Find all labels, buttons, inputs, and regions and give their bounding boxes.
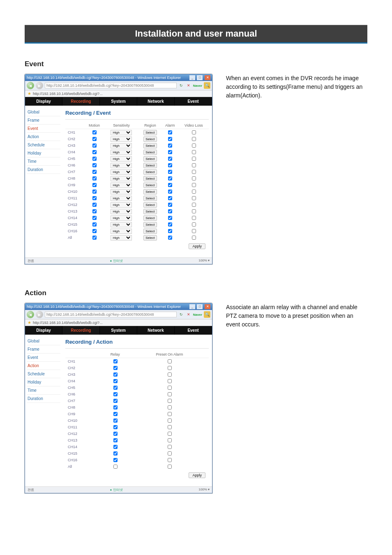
sensitivity-select[interactable]: High	[111, 196, 132, 201]
main-tab-event[interactable]: Event	[175, 326, 212, 335]
relay-checkbox[interactable]	[113, 412, 118, 416]
main-tab-recording[interactable]: Recording	[62, 326, 100, 335]
motion-checkbox[interactable]	[92, 143, 97, 148]
alarm-checkbox[interactable]	[168, 229, 172, 233]
sidebar-item-time[interactable]: Time	[27, 157, 60, 166]
alarm-checkbox[interactable]	[168, 222, 172, 227]
region-select-button[interactable]: Select	[143, 143, 157, 148]
region-select-button[interactable]: Select	[143, 235, 157, 240]
favorite-icon[interactable]: ★	[28, 320, 31, 325]
preset-checkbox[interactable]	[168, 379, 172, 383]
sidebar-item-duration[interactable]: Duration	[27, 166, 60, 174]
alarm-checkbox[interactable]	[168, 157, 172, 161]
videoloss-checkbox[interactable]	[192, 150, 196, 154]
motion-checkbox[interactable]	[92, 150, 97, 154]
preset-checkbox[interactable]	[168, 405, 172, 409]
motion-checkbox[interactable]	[92, 130, 97, 134]
sidebar-item-event[interactable]: Event	[27, 125, 60, 133]
url-input[interactable]: http://192.168.10.149/webdb/webdb.cgi?ke…	[45, 312, 177, 317]
sensitivity-select[interactable]: High	[111, 143, 132, 148]
region-select-button[interactable]: Select	[143, 222, 157, 227]
sensitivity-select[interactable]: High	[111, 163, 132, 168]
main-tab-display[interactable]: Display	[25, 97, 62, 106]
relay-checkbox[interactable]	[113, 438, 118, 442]
alarm-checkbox[interactable]	[168, 236, 172, 240]
sidebar-item-global[interactable]: Global	[27, 108, 60, 116]
sensitivity-select[interactable]: High	[111, 156, 132, 162]
main-tab-network[interactable]: Network	[137, 97, 175, 106]
alarm-checkbox[interactable]	[168, 130, 172, 134]
browser-tab[interactable]: http://192.168.10.149/webdb/webdb.cgi?..…	[33, 321, 103, 325]
relay-checkbox[interactable]	[113, 419, 118, 423]
region-select-button[interactable]: Select	[143, 156, 157, 162]
videoloss-checkbox[interactable]	[192, 183, 196, 187]
relay-checkbox[interactable]	[113, 445, 118, 449]
alarm-checkbox[interactable]	[168, 183, 172, 187]
preset-checkbox[interactable]	[168, 392, 172, 396]
main-tab-recording[interactable]: Recording	[62, 97, 100, 106]
main-tab-display[interactable]: Display	[25, 326, 62, 335]
sensitivity-select[interactable]: High	[111, 215, 132, 221]
videoloss-checkbox[interactable]	[192, 170, 196, 174]
relay-checkbox[interactable]	[113, 458, 118, 462]
relay-checkbox[interactable]	[113, 386, 118, 390]
search-button[interactable]: 🔍	[204, 82, 210, 89]
alarm-checkbox[interactable]	[168, 176, 172, 180]
videoloss-checkbox[interactable]	[192, 209, 196, 213]
sidebar-item-global[interactable]: Global	[27, 337, 60, 345]
main-tab-event[interactable]: Event	[175, 97, 212, 106]
motion-checkbox[interactable]	[92, 229, 97, 233]
alarm-checkbox[interactable]	[168, 150, 172, 154]
motion-checkbox[interactable]	[92, 222, 97, 227]
videoloss-checkbox[interactable]	[192, 190, 196, 194]
relay-checkbox[interactable]	[113, 379, 118, 383]
main-tab-network[interactable]: Network	[137, 326, 175, 335]
sidebar-item-event[interactable]: Event	[27, 354, 60, 362]
sidebar-item-holiday[interactable]: Holiday	[27, 149, 60, 157]
sensitivity-select[interactable]: High	[111, 235, 132, 240]
sensitivity-select[interactable]: High	[111, 183, 132, 188]
motion-checkbox[interactable]	[92, 176, 97, 180]
relay-checkbox[interactable]	[113, 432, 118, 436]
maximize-button[interactable]: □	[197, 304, 203, 309]
preset-checkbox[interactable]	[168, 399, 172, 403]
main-tab-system[interactable]: System	[100, 326, 137, 335]
alarm-checkbox[interactable]	[168, 143, 172, 148]
relay-checkbox[interactable]	[113, 372, 118, 377]
motion-checkbox[interactable]	[92, 170, 97, 174]
sidebar-item-schedule[interactable]: Schedule	[27, 141, 60, 149]
alarm-checkbox[interactable]	[168, 137, 172, 141]
sensitivity-select[interactable]: High	[111, 130, 132, 135]
preset-checkbox[interactable]	[168, 438, 172, 442]
videoloss-checkbox[interactable]	[192, 137, 196, 141]
region-select-button[interactable]: Select	[143, 202, 157, 208]
alarm-checkbox[interactable]	[168, 203, 172, 207]
region-select-button[interactable]: Select	[143, 189, 157, 194]
refresh-icon[interactable]: ↻	[178, 312, 184, 317]
videoloss-checkbox[interactable]	[192, 229, 196, 233]
sidebar-item-frame[interactable]: Frame	[27, 345, 60, 354]
videoloss-checkbox[interactable]	[192, 216, 196, 220]
region-select-button[interactable]: Select	[143, 176, 157, 181]
videoloss-checkbox[interactable]	[192, 236, 196, 240]
motion-checkbox[interactable]	[92, 216, 97, 220]
preset-checkbox[interactable]	[168, 419, 172, 423]
videoloss-checkbox[interactable]	[192, 203, 196, 207]
videoloss-checkbox[interactable]	[192, 163, 196, 167]
region-select-button[interactable]: Select	[143, 229, 157, 234]
alarm-checkbox[interactable]	[168, 190, 172, 194]
browser-tab[interactable]: http://192.168.10.149/webdb/webdb.cgi?..…	[33, 92, 103, 96]
favorite-icon[interactable]: ★	[28, 91, 31, 96]
apply-button[interactable]: Apply	[189, 472, 205, 478]
sensitivity-select[interactable]: High	[111, 176, 132, 181]
back-button[interactable]: ◄	[27, 311, 34, 318]
preset-checkbox[interactable]	[168, 432, 172, 436]
relay-checkbox[interactable]	[113, 425, 118, 429]
minimize-button[interactable]: _	[189, 75, 195, 80]
alarm-checkbox[interactable]	[168, 209, 172, 213]
sidebar-item-schedule[interactable]: Schedule	[27, 370, 60, 378]
motion-checkbox[interactable]	[92, 196, 97, 200]
sensitivity-select[interactable]: High	[111, 189, 132, 194]
preset-checkbox[interactable]	[168, 465, 172, 469]
sidebar-item-holiday[interactable]: Holiday	[27, 378, 60, 386]
